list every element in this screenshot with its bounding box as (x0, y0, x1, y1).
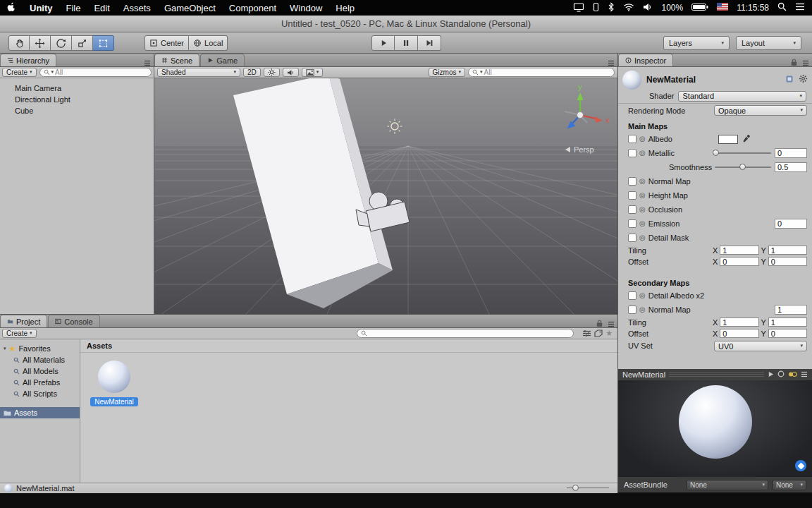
tab-project[interactable]: Project (0, 315, 47, 327)
texture-slot-icon[interactable]: ◎ (639, 192, 646, 199)
draw-mode-dropdown[interactable]: Shaded▾ (157, 68, 240, 77)
pause-button[interactable] (395, 35, 418, 51)
metallic-checkbox[interactable] (628, 149, 636, 157)
scene-viewport[interactable]: y x Persp (154, 78, 617, 314)
search-by-type-icon[interactable] (582, 327, 591, 340)
slider-thumb[interactable] (713, 150, 719, 156)
hierarchy-search-input[interactable]: ▾All (39, 68, 152, 77)
tab-hierarchy[interactable]: Hierarchy (0, 54, 56, 66)
albedo-checkbox[interactable] (628, 135, 636, 143)
thumbnail-size-slider[interactable] (567, 485, 609, 492)
metallic-value-field[interactable] (775, 148, 807, 158)
favorite-asset-icon[interactable] (785, 73, 794, 86)
panel-menu-icon[interactable] (608, 318, 615, 330)
foldout-arrow-icon[interactable]: ▾ (4, 346, 6, 351)
smoothness-value-field[interactable] (775, 162, 807, 172)
hand-tool-button[interactable] (8, 35, 30, 51)
panel-menu-icon[interactable] (608, 56, 615, 69)
scene-search-input[interactable]: ▾All (468, 68, 615, 77)
2d-toggle[interactable]: 2D (243, 68, 261, 77)
preview-menu-icon[interactable] (801, 370, 808, 379)
axis-y-label[interactable]: y (578, 83, 582, 91)
height-map-checkbox[interactable] (628, 191, 636, 200)
texture-slot-icon[interactable]: ◎ (639, 220, 646, 227)
smoothness-slider[interactable] (715, 163, 771, 171)
pivot-button[interactable]: Center (144, 35, 189, 51)
uv-set-dropdown[interactable]: UV0▾ (714, 341, 807, 351)
panel-menu-icon[interactable] (144, 56, 151, 69)
offset-y-field[interactable] (768, 257, 807, 266)
menu-edit[interactable]: Edit (94, 3, 109, 13)
rendering-mode-dropdown[interactable]: Opaque▾ (714, 105, 807, 116)
favorites-group[interactable]: ▾ ★ Favorites (0, 343, 80, 354)
menu-file[interactable]: File (66, 3, 81, 13)
tab-inspector[interactable]: Inspector (618, 54, 673, 66)
hierarchy-item-directional-light[interactable]: Directional Light (0, 94, 154, 105)
move-tool-button[interactable] (30, 35, 51, 51)
normal-map-checkbox[interactable] (628, 177, 636, 186)
preview-header[interactable]: NewMaterial (618, 369, 812, 380)
texture-slot-icon[interactable]: ◎ (639, 234, 646, 241)
favorite-all-materials[interactable]: All Materials (0, 354, 80, 365)
preview-viewport[interactable] (618, 380, 812, 477)
eyedropper-icon[interactable] (742, 134, 751, 143)
favorite-all-models[interactable]: All Models (0, 365, 80, 377)
spotlight-icon[interactable] (777, 2, 787, 13)
occlusion-checkbox[interactable] (628, 205, 636, 214)
menu-component[interactable]: Component (229, 3, 276, 13)
metallic-slider[interactable] (715, 149, 771, 157)
tiling-x-field[interactable] (720, 246, 758, 255)
albedo-color-swatch[interactable] (718, 135, 738, 144)
detail-mask-checkbox[interactable] (628, 234, 636, 242)
preview-shape-icon[interactable] (777, 370, 785, 379)
secondary-tiling-y-field[interactable] (768, 318, 807, 327)
tab-game[interactable]: Game (200, 54, 245, 66)
slider-thumb[interactable] (739, 164, 746, 170)
preview-drag-handle[interactable] (669, 372, 764, 378)
project-create-button[interactable]: Create▾ (2, 329, 37, 338)
preview-lighting-icon[interactable] (788, 370, 797, 379)
gear-icon[interactable] (799, 73, 808, 86)
secondary-tiling-x-field[interactable] (720, 318, 758, 327)
panel-menu-icon[interactable] (802, 56, 809, 69)
tab-scene[interactable]: Scene (154, 54, 199, 66)
menubar-clock[interactable]: 11:15:58 (737, 3, 769, 13)
assetbundle-variant-dropdown[interactable]: None▾ (773, 480, 806, 490)
slider-thumb[interactable] (572, 485, 579, 491)
rect-tool-button[interactable] (93, 35, 114, 51)
assetbundle-name-dropdown[interactable]: None▾ (687, 480, 768, 490)
volume-icon[interactable] (643, 3, 653, 13)
shader-dropdown[interactable]: Standard▾ (678, 91, 806, 102)
texture-slot-icon[interactable]: ◎ (639, 306, 646, 313)
apple-menu[interactable] (7, 1, 16, 14)
asset-item-newmaterial[interactable]: NewMaterial (92, 361, 137, 406)
lock-icon[interactable] (791, 56, 797, 69)
layout-dropdown[interactable]: Layout▾ (736, 36, 801, 50)
detail-albedo-checkbox[interactable] (628, 291, 636, 300)
texture-slot-icon[interactable]: ◎ (639, 178, 646, 185)
menu-unity[interactable]: Unity (30, 3, 53, 13)
tiling-y-field[interactable] (768, 246, 807, 255)
preview-play-icon[interactable] (768, 370, 774, 379)
step-button[interactable] (418, 35, 441, 51)
gizmos-dropdown[interactable]: Gizmos▾ (429, 68, 465, 77)
space-button[interactable]: Local (189, 35, 228, 51)
hierarchy-item-cube[interactable]: Cube (0, 105, 154, 116)
menu-window[interactable]: Window (290, 3, 322, 13)
effects-dropdown[interactable]: ▾ (302, 68, 324, 77)
menu-assets[interactable]: Assets (123, 3, 151, 13)
layers-dropdown[interactable]: Layers▾ (663, 36, 730, 50)
input-language-flag-icon[interactable] (717, 3, 728, 13)
scene-lighting-toggle[interactable] (264, 68, 280, 77)
wifi-icon[interactable] (623, 3, 634, 13)
asset-label-button[interactable] (795, 460, 806, 471)
axis-x-label[interactable]: x (605, 116, 610, 124)
project-search-input[interactable] (357, 329, 574, 338)
notification-center-icon[interactable] (795, 3, 805, 13)
secondary-normal-map-checkbox[interactable] (628, 306, 636, 314)
menu-gameobject[interactable]: GameObject (164, 3, 216, 13)
emission-value-field[interactable] (775, 219, 807, 229)
scale-tool-button[interactable] (72, 35, 93, 51)
play-button[interactable] (371, 35, 395, 51)
control-icon[interactable] (593, 2, 599, 14)
